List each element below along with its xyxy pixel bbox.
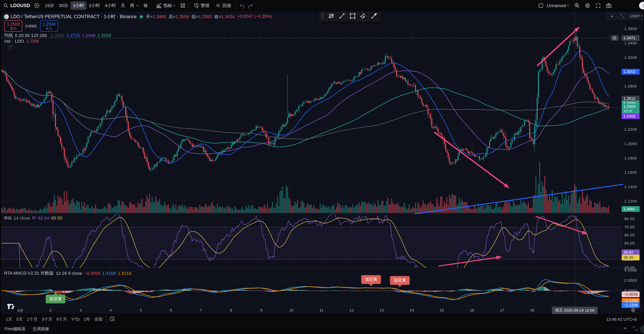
alert-plus-icon[interactable] — [611, 35, 618, 41]
price-label-1.2409[interactable]: 1.2409 — [622, 113, 640, 119]
settings-icon[interactable] — [582, 2, 593, 8]
templates-grid-icon[interactable] — [178, 3, 188, 8]
range-1m[interactable]: 1个月 — [25, 317, 40, 322]
expand-panel-icon[interactable] — [623, 326, 628, 332]
chart-canvas[interactable] — [1, 11, 643, 314]
fullscreen-icon[interactable] — [593, 3, 603, 8]
layout-icon[interactable] — [536, 3, 546, 8]
volume-legend[interactable]: Vol · LDO 1.75M — [4, 39, 39, 44]
time-axis-settings-icon[interactable] — [630, 307, 636, 314]
time-tick-7: 7 — [200, 308, 202, 313]
chart-area[interactable]: LDO / TetherUS PERPETUAL CONTRACT · 1小时 … — [1, 11, 643, 314]
rsi-value-2: 65.50 — [51, 216, 62, 221]
maximize-panel-icon[interactable] — [632, 326, 638, 332]
macd-legend[interactable]: RTA MACD V2.31 对数版 12 26 9 close −0.2059… — [4, 270, 131, 276]
symbol-title[interactable]: LDO / TetherUS PERPETUAL CONTRACT · 1小时 … — [11, 13, 137, 20]
layout-name[interactable]: Unnamed — [546, 3, 567, 8]
time-tick-17: 17 — [500, 308, 504, 313]
timeframe-1w[interactable]: 周 — [128, 1, 136, 10]
symbol-legend[interactable]: LDO / TetherUS PERPETUAL CONTRACT · 1小时 … — [4, 13, 272, 20]
time-tick-10: 10 — [289, 308, 294, 313]
indicators-button[interactable]: 指标 ▾ — [153, 2, 178, 9]
timeframe-15m[interactable]: 15分 — [42, 1, 56, 10]
add-symbol-icon[interactable] — [34, 3, 40, 8]
price-tick: 1.3600 — [624, 26, 637, 31]
clock[interactable]: 13:46:42 UTC+8 — [606, 317, 637, 322]
time-tick-14: 14 — [410, 308, 414, 313]
price-label-1.46M[interactable]: 1.46M — [622, 206, 640, 212]
divergence-bubble[interactable]: 顶背离 — [361, 275, 381, 284]
range-6m[interactable]: 6个月 — [54, 317, 69, 322]
timeframe-2h[interactable]: 2小时 — [86, 1, 102, 10]
time-tick-9: 9 — [260, 308, 262, 313]
price-label-1.3002[interactable]: 1.3002 — [622, 69, 640, 74]
quick-search-icon[interactable] — [572, 2, 582, 8]
timeframe-1d[interactable]: 天 — [118, 1, 128, 10]
rsi-refresh-icon[interactable]: ⟳ — [32, 215, 36, 221]
rsi-tick: 50.00 — [624, 241, 635, 246]
parallel-channel-tool-icon[interactable] — [360, 12, 367, 20]
range-1y[interactable]: 1年 — [82, 317, 92, 322]
rsi-label-38.87[interactable]: 38.87 — [622, 250, 640, 255]
price-axis[interactable]: 1.36001.34001.32001.30001.28001.26001.24… — [622, 11, 643, 306]
divergence-bubble[interactable]: 顶背离 — [390, 276, 410, 285]
volume-value: 1.75M — [26, 39, 39, 44]
timeframe-4h[interactable]: 4小时 — [102, 1, 118, 10]
replay-button[interactable]: 回放 — [212, 2, 234, 9]
price-label-1.3471[interactable]: 1.3471 — [622, 35, 640, 41]
timeframe-1h[interactable]: 1小时 — [70, 1, 86, 10]
trading-panel-tab[interactable]: 交易面板 — [29, 326, 53, 332]
macd-tick: 4.0000 — [624, 268, 637, 272]
drag-handle-icon[interactable] — [320, 13, 324, 19]
ma-legend[interactable]: 均线 0 20 50 120 200 1.3325 1.2725 1.2349 … — [4, 32, 111, 38]
price-tick: 1.1600 — [624, 170, 637, 175]
time-tick-12: 12 — [349, 308, 354, 313]
crosshair-date-tooltip: 周五 2025-09-19 10:00 — [552, 307, 598, 314]
chart-style-icon[interactable] — [141, 3, 150, 8]
layout-chevron-icon[interactable]: ▾ — [567, 4, 569, 7]
search-icon[interactable] — [3, 3, 8, 8]
snapshot-camera-icon[interactable] — [603, 2, 614, 9]
time-tick-4: 4 — [110, 308, 112, 313]
market-open-dot-icon — [140, 15, 143, 18]
rsi-tick: 70.00 — [624, 225, 635, 229]
horizontal-rays-tool-icon[interactable] — [328, 12, 335, 20]
rsi-tick: 80.00 — [624, 217, 635, 221]
trend-line-tool-icon[interactable] — [338, 12, 346, 20]
time-tick-15: 15 — [440, 308, 444, 313]
rectangle-tool-icon[interactable] — [349, 12, 356, 20]
rsi-legend[interactable]: RSI 14 close ⟳ 62.54 65.50 — [4, 215, 62, 221]
symbol-name[interactable]: LDOUSD — [10, 3, 30, 8]
rsi-tick: 60.00 — [624, 233, 635, 237]
buy-button[interactable]: 1.2504买入 — [40, 20, 58, 32]
price-label-1.2504[interactable]: 1.250413:18 — [622, 104, 640, 114]
time-tick-16: 16 — [470, 308, 474, 313]
rsi-label-35.30[interactable]: 35.30 — [622, 255, 640, 260]
scroll-to-recent-button[interactable] — [607, 13, 616, 19]
range-ytd[interactable]: YTD — [69, 317, 82, 322]
status-bar: Pine编辑器 交易面板 — [1, 325, 643, 333]
arrow-marker-tool-icon[interactable] — [370, 12, 378, 20]
divergence-bubble[interactable]: 底背离 — [46, 295, 66, 304]
drawing-toolbar[interactable] — [319, 11, 381, 22]
ohlc-values: 开=1.3480 高=1.3559 低=1.3382 收=1.3434 −0.0… — [146, 14, 272, 20]
rsi-value-1: 62.54 — [38, 216, 49, 221]
range-3m[interactable]: 3个月 — [40, 317, 54, 322]
range-5d[interactable]: 5天 — [14, 317, 25, 322]
undo-icon[interactable] — [237, 3, 247, 8]
go-to-date-icon[interactable] — [108, 316, 117, 323]
time-tick-13: 13 — [380, 308, 384, 313]
macd-hist-value: −0.2059 — [84, 271, 100, 276]
range-1d[interactable]: 1天 — [4, 317, 14, 322]
sell-button[interactable]: 1.2503卖出 — [4, 20, 22, 32]
range-all[interactable]: 全部 — [92, 317, 105, 322]
time-axis[interactable]: 周五 2025-09-19 10:00 9月234567891011121314… — [1, 306, 643, 314]
alert-button[interactable]: 警报 — [190, 2, 212, 9]
timeframe-30m[interactable]: 30分 — [56, 1, 70, 10]
pine-editor-tab[interactable]: Pine编辑器 — [1, 326, 29, 332]
redo-icon[interactable] — [247, 3, 254, 8]
timeframes-chevron-icon[interactable]: ▾ — [136, 4, 138, 7]
macd-label-−0.0039[interactable]: −0.0039 — [622, 292, 640, 297]
pane-collapse-button[interactable]: ⌃ — [8, 44, 13, 50]
time-tick-2: 2 — [50, 308, 52, 313]
